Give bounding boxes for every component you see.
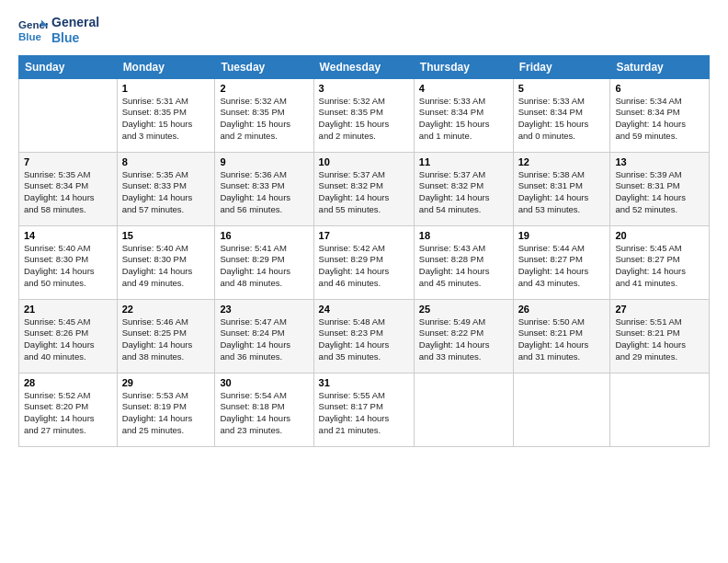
day-cell: 20Sunrise: 5:45 AM Sunset: 8:27 PM Dayli… [610, 225, 710, 299]
day-info: Sunrise: 5:32 AM Sunset: 8:35 PM Dayligh… [319, 96, 409, 143]
day-number: 18 [419, 230, 508, 241]
day-number: 19 [518, 230, 606, 241]
day-number: 14 [24, 230, 112, 241]
col-header-tuesday: Tuesday [215, 55, 313, 78]
day-cell: 2Sunrise: 5:32 AM Sunset: 8:35 PM Daylig… [215, 78, 313, 152]
day-info: Sunrise: 5:33 AM Sunset: 8:34 PM Dayligh… [419, 96, 508, 143]
day-number: 17 [319, 230, 409, 241]
day-info: Sunrise: 5:55 AM Sunset: 8:17 PM Dayligh… [319, 390, 409, 437]
col-header-thursday: Thursday [414, 55, 513, 78]
day-cell: 17Sunrise: 5:42 AM Sunset: 8:29 PM Dayli… [313, 225, 414, 299]
day-number: 28 [24, 377, 112, 388]
day-cell [513, 373, 610, 446]
day-number: 22 [122, 304, 210, 315]
day-cell: 13Sunrise: 5:39 AM Sunset: 8:31 PM Dayli… [610, 152, 710, 225]
day-cell [610, 373, 710, 446]
day-number: 7 [24, 156, 112, 167]
day-info: Sunrise: 5:34 AM Sunset: 8:34 PM Dayligh… [615, 96, 704, 143]
day-cell: 3Sunrise: 5:32 AM Sunset: 8:35 PM Daylig… [313, 78, 414, 152]
day-cell: 31Sunrise: 5:55 AM Sunset: 8:17 PM Dayli… [313, 373, 414, 446]
week-row-5: 28Sunrise: 5:52 AM Sunset: 8:20 PM Dayli… [19, 373, 710, 446]
day-info: Sunrise: 5:41 AM Sunset: 8:29 PM Dayligh… [220, 243, 308, 290]
day-info: Sunrise: 5:35 AM Sunset: 8:34 PM Dayligh… [24, 169, 112, 216]
day-cell: 27Sunrise: 5:51 AM Sunset: 8:21 PM Dayli… [610, 299, 710, 373]
day-number: 1 [122, 83, 210, 94]
day-number: 6 [615, 83, 704, 94]
day-info: Sunrise: 5:36 AM Sunset: 8:33 PM Dayligh… [220, 169, 308, 216]
col-header-saturday: Saturday [610, 55, 710, 78]
col-header-sunday: Sunday [19, 55, 118, 78]
day-info: Sunrise: 5:49 AM Sunset: 8:22 PM Dayligh… [419, 316, 508, 363]
day-info: Sunrise: 5:44 AM Sunset: 8:27 PM Dayligh… [518, 243, 606, 290]
header-row: SundayMondayTuesdayWednesdayThursdayFrid… [19, 55, 710, 78]
day-number: 4 [419, 83, 508, 94]
day-number: 26 [518, 304, 606, 315]
logo-icon: General Blue [18, 17, 48, 43]
day-cell: 22Sunrise: 5:46 AM Sunset: 8:25 PM Dayli… [117, 299, 215, 373]
svg-text:Blue: Blue [18, 30, 42, 41]
logo-text: General Blue [51, 15, 99, 46]
day-cell: 26Sunrise: 5:50 AM Sunset: 8:21 PM Dayli… [513, 299, 610, 373]
day-info: Sunrise: 5:37 AM Sunset: 8:32 PM Dayligh… [319, 169, 409, 216]
day-info: Sunrise: 5:50 AM Sunset: 8:21 PM Dayligh… [518, 316, 606, 363]
day-cell: 18Sunrise: 5:43 AM Sunset: 8:28 PM Dayli… [414, 225, 513, 299]
day-number: 25 [419, 304, 508, 315]
day-number: 15 [122, 230, 210, 241]
day-info: Sunrise: 5:31 AM Sunset: 8:35 PM Dayligh… [122, 96, 210, 143]
day-cell: 10Sunrise: 5:37 AM Sunset: 8:32 PM Dayli… [313, 152, 414, 225]
col-header-friday: Friday [513, 55, 610, 78]
day-info: Sunrise: 5:38 AM Sunset: 8:31 PM Dayligh… [518, 169, 606, 216]
day-info: Sunrise: 5:43 AM Sunset: 8:28 PM Dayligh… [419, 243, 508, 290]
day-cell: 7Sunrise: 5:35 AM Sunset: 8:34 PM Daylig… [19, 152, 118, 225]
day-number: 9 [220, 156, 308, 167]
col-header-monday: Monday [117, 55, 215, 78]
logo: General Blue General Blue [18, 15, 99, 46]
day-cell [19, 78, 118, 152]
day-cell: 16Sunrise: 5:41 AM Sunset: 8:29 PM Dayli… [215, 225, 313, 299]
day-number: 2 [220, 83, 308, 94]
day-number: 31 [319, 377, 409, 388]
day-cell: 8Sunrise: 5:35 AM Sunset: 8:33 PM Daylig… [117, 152, 215, 225]
day-number: 10 [319, 156, 409, 167]
page: General Blue General Blue SundayMondayTu… [0, 0, 728, 563]
day-number: 20 [615, 230, 704, 241]
week-row-3: 14Sunrise: 5:40 AM Sunset: 8:30 PM Dayli… [19, 225, 710, 299]
day-info: Sunrise: 5:53 AM Sunset: 8:19 PM Dayligh… [122, 390, 210, 437]
day-number: 29 [122, 377, 210, 388]
day-info: Sunrise: 5:47 AM Sunset: 8:24 PM Dayligh… [220, 316, 308, 363]
col-header-wednesday: Wednesday [313, 55, 414, 78]
day-cell: 23Sunrise: 5:47 AM Sunset: 8:24 PM Dayli… [215, 299, 313, 373]
day-info: Sunrise: 5:45 AM Sunset: 8:27 PM Dayligh… [615, 243, 704, 290]
day-number: 21 [24, 304, 112, 315]
day-info: Sunrise: 5:54 AM Sunset: 8:18 PM Dayligh… [220, 390, 308, 437]
week-row-1: 1Sunrise: 5:31 AM Sunset: 8:35 PM Daylig… [19, 78, 710, 152]
day-number: 3 [319, 83, 409, 94]
day-cell: 5Sunrise: 5:33 AM Sunset: 8:34 PM Daylig… [513, 78, 610, 152]
day-info: Sunrise: 5:37 AM Sunset: 8:32 PM Dayligh… [419, 169, 508, 216]
day-cell: 4Sunrise: 5:33 AM Sunset: 8:34 PM Daylig… [414, 78, 513, 152]
day-number: 24 [319, 304, 409, 315]
week-row-2: 7Sunrise: 5:35 AM Sunset: 8:34 PM Daylig… [19, 152, 710, 225]
week-row-4: 21Sunrise: 5:45 AM Sunset: 8:26 PM Dayli… [19, 299, 710, 373]
day-info: Sunrise: 5:42 AM Sunset: 8:29 PM Dayligh… [319, 243, 409, 290]
day-cell: 1Sunrise: 5:31 AM Sunset: 8:35 PM Daylig… [117, 78, 215, 152]
day-number: 12 [518, 156, 606, 167]
day-info: Sunrise: 5:40 AM Sunset: 8:30 PM Dayligh… [122, 243, 210, 290]
day-info: Sunrise: 5:40 AM Sunset: 8:30 PM Dayligh… [24, 243, 112, 290]
day-info: Sunrise: 5:51 AM Sunset: 8:21 PM Dayligh… [615, 316, 704, 363]
day-info: Sunrise: 5:32 AM Sunset: 8:35 PM Dayligh… [220, 96, 308, 143]
day-number: 16 [220, 230, 308, 241]
day-cell: 15Sunrise: 5:40 AM Sunset: 8:30 PM Dayli… [117, 225, 215, 299]
day-cell: 19Sunrise: 5:44 AM Sunset: 8:27 PM Dayli… [513, 225, 610, 299]
day-cell: 25Sunrise: 5:49 AM Sunset: 8:22 PM Dayli… [414, 299, 513, 373]
day-info: Sunrise: 5:48 AM Sunset: 8:23 PM Dayligh… [319, 316, 409, 363]
day-cell: 11Sunrise: 5:37 AM Sunset: 8:32 PM Dayli… [414, 152, 513, 225]
day-cell: 28Sunrise: 5:52 AM Sunset: 8:20 PM Dayli… [19, 373, 118, 446]
day-number: 23 [220, 304, 308, 315]
day-cell: 30Sunrise: 5:54 AM Sunset: 8:18 PM Dayli… [215, 373, 313, 446]
day-cell: 12Sunrise: 5:38 AM Sunset: 8:31 PM Dayli… [513, 152, 610, 225]
day-number: 11 [419, 156, 508, 167]
day-number: 27 [615, 304, 704, 315]
calendar-table: SundayMondayTuesdayWednesdayThursdayFrid… [18, 55, 710, 447]
day-info: Sunrise: 5:45 AM Sunset: 8:26 PM Dayligh… [24, 316, 112, 363]
